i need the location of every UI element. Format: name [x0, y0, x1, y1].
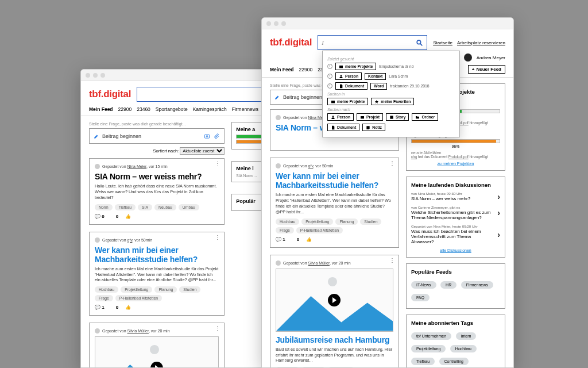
nav-mein-feed[interactable]: Mein Feed: [270, 67, 294, 72]
post-stats: 💬 10 👍: [95, 305, 219, 310]
nav-mein-feed[interactable]: Mein Feed: [89, 106, 113, 112]
tag[interactable]: Neubau: [154, 204, 176, 210]
attachment-icon[interactable]: [214, 133, 220, 139]
compose-label: Beitrag beginnen: [283, 94, 322, 100]
feed-card: ⋮ Gepostet von gfv, vor 50min Wer kann m…: [89, 232, 225, 316]
avatar[interactable]: [464, 53, 472, 62]
feed-pill[interactable]: FAQ: [411, 294, 430, 301]
tag-pill[interactable]: Intern: [456, 332, 477, 340]
progress-value: 96%: [411, 144, 500, 148]
link-startseite[interactable]: Startseite: [433, 40, 452, 45]
search-box[interactable]: [318, 35, 427, 50]
brand-logo[interactable]: tbf.digital: [89, 89, 131, 100]
nav-23460[interactable]: 23460: [137, 106, 150, 112]
nav-kamingespraech[interactable]: Kamingespräch: [193, 106, 227, 112]
tag[interactable]: Studien: [179, 286, 200, 293]
tag[interactable]: SIA: [138, 204, 152, 210]
chip-kontakt: Kontakt: [365, 73, 386, 80]
feed-pill[interactable]: IT-News: [411, 281, 436, 289]
recent-row[interactable]: Dokument Word traktanden 29.10.2018: [327, 82, 455, 90]
nav-22900[interactable]: 22900: [299, 67, 313, 72]
new-feed-button[interactable]: Neuer Feed: [468, 65, 505, 74]
post-meta: Gepostet von gfv, vor 50min: [95, 237, 219, 243]
link-discussions[interactable]: alle Diskussionen: [440, 248, 471, 252]
feed-card: ⋮ Gepostet von gfv, vor 50min Wer kann m…: [270, 158, 399, 248]
tag-pill[interactable]: Controlling: [439, 358, 469, 365]
tag[interactable]: Studien: [360, 218, 381, 225]
compose-hint: Stelle eine Frage, poste was dich gerade…: [89, 122, 225, 126]
scope-label: Suchen in: [327, 92, 455, 96]
nav-22900[interactable]: 22900: [118, 106, 132, 112]
media-placeholder[interactable]: [276, 269, 393, 332]
post-title[interactable]: SIA Norm – wer weiss mehr?: [95, 172, 219, 181]
card-more-icon[interactable]: ⋮: [389, 259, 395, 262]
scope-meine-favoriten[interactable]: meine Favoriten: [371, 98, 414, 105]
post-stats: 💬 00 👍: [95, 214, 219, 219]
recent-label: Zuletzt gesucht: [327, 57, 455, 61]
clock-icon: [327, 83, 332, 89]
card-more-icon[interactable]: ⋮: [215, 162, 220, 166]
svg-point-3: [206, 136, 208, 137]
post-meta: Gepostet von Silvia Müller, vor 20 min: [276, 260, 393, 266]
post-tags: Hochbau Projektleitung Planung Studien F…: [95, 286, 219, 301]
username[interactable]: Andrea Meyer: [477, 55, 505, 60]
tag[interactable]: P-Hallenbad Altstetten: [296, 227, 343, 233]
tag[interactable]: Umbau: [179, 204, 199, 210]
link-projects[interactable]: zu meinen Projekten: [438, 162, 474, 166]
tag[interactable]: Norm: [95, 204, 113, 210]
camera-icon[interactable]: [204, 133, 210, 139]
brand-logo[interactable]: tbf.digital: [270, 37, 312, 48]
type-ordner[interactable]: Ordner: [412, 113, 438, 121]
svg-rect-6: [339, 66, 343, 68]
type-projekt[interactable]: Projekt: [357, 113, 383, 121]
compose-box[interactable]: Beitrag beginnen: [89, 128, 225, 144]
scope-meine-projekte[interactable]: meine Projekte: [327, 98, 368, 105]
svg-rect-11: [390, 116, 393, 118]
link-arbeitsplatz[interactable]: Arbeitsplatz reservieren: [457, 40, 505, 45]
svg-line-5: [420, 44, 422, 45]
tag[interactable]: Frage: [276, 227, 294, 233]
tag-pill[interactable]: Hochbau: [450, 345, 477, 352]
tag-pill[interactable]: Tiefbau: [411, 358, 435, 365]
sort-control: Sortiert nach: Aktuellste zuerst: [89, 147, 225, 155]
tag[interactable]: Tiefbau: [115, 204, 136, 210]
chip-word: Word: [370, 83, 387, 90]
type-dokument[interactable]: Dokument: [327, 124, 359, 131]
tag-pill[interactable]: tbf Unternehmen: [411, 332, 451, 340]
post-title[interactable]: Wer kann mir bei einer Machbarkeitsstudi…: [276, 171, 393, 190]
tag[interactable]: Frage: [95, 295, 113, 301]
discussion-row[interactable]: von Corinne Zinsmeyer, gibt esWelche Sic…: [411, 205, 500, 220]
tag[interactable]: Planung: [154, 286, 177, 293]
tag[interactable]: Hochbau: [95, 286, 118, 293]
nav-sportangebote[interactable]: Sportangebote: [156, 106, 188, 112]
card-more-icon[interactable]: ⋮: [215, 236, 220, 239]
tag-pill[interactable]: Projektleitung: [411, 345, 446, 352]
post-body: Ich mache zum ersten Mal eine Machbarkei…: [95, 266, 219, 283]
tag[interactable]: Projektleitung: [121, 286, 152, 293]
type-notiz[interactable]: Notiz: [362, 124, 385, 131]
clock-icon: [327, 64, 332, 69]
tag[interactable]: Projektleitung: [301, 218, 333, 225]
nav-firmennews[interactable]: Firmennews: [232, 106, 258, 112]
sort-select[interactable]: Aktuellste zuerst: [180, 147, 225, 155]
tag[interactable]: P-Hallenbad Altstetten: [115, 295, 162, 301]
search-input[interactable]: [322, 39, 416, 46]
tag[interactable]: Hochbau: [276, 218, 299, 225]
recent-row[interactable]: Person Kontakt Lara Schm: [327, 72, 455, 80]
post-title[interactable]: Jubiläumsreise nach Hamburg: [276, 335, 393, 344]
discussion-row[interactable]: von Nina Meier, heute 09:30 UhrSIA Norm …: [411, 191, 500, 201]
feed-pill[interactable]: HR: [440, 281, 457, 289]
type-story[interactable]: Story: [386, 113, 409, 121]
feed-pill[interactable]: Firmennews: [461, 281, 493, 289]
discussion-row[interactable]: Gepostet von Nina Meier, heute 09:20 Uhr…: [411, 224, 500, 244]
play-icon[interactable]: [328, 294, 341, 306]
post-title[interactable]: Wer kann mir bei einer Machbarkeitsstudi…: [95, 246, 219, 264]
media-placeholder[interactable]: [95, 336, 219, 368]
type-person[interactable]: Person: [327, 113, 354, 121]
panel-title: Meine laufenden Diskussionen: [411, 182, 500, 188]
tag[interactable]: Planung: [335, 218, 358, 225]
recent-row[interactable]: meine Projekte Einpolschema dr nö: [327, 63, 455, 70]
card-more-icon[interactable]: ⋮: [389, 162, 395, 165]
chevron-right-icon: ›: [497, 192, 500, 201]
card-more-icon[interactable]: ⋮: [215, 327, 220, 330]
